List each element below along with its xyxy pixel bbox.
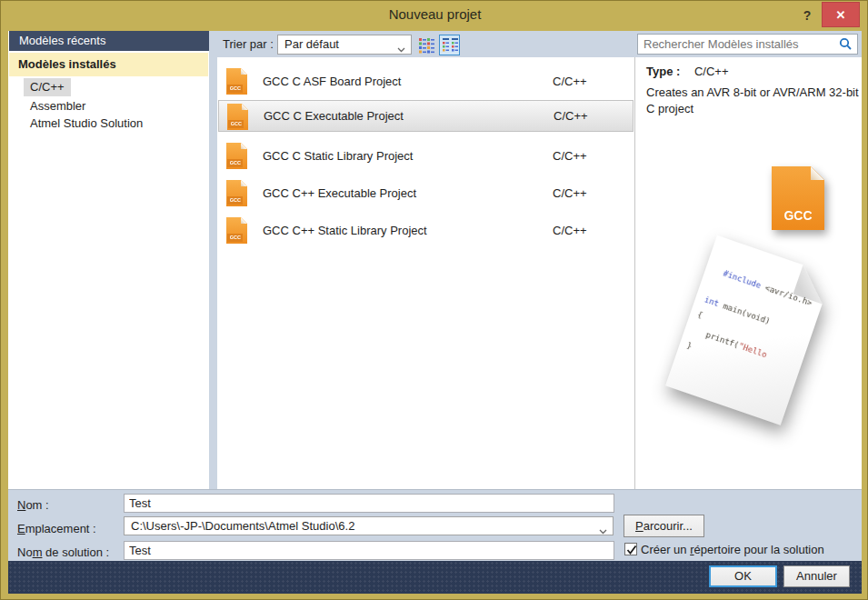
search-input[interactable]	[644, 35, 830, 53]
question-icon: ?	[803, 8, 812, 23]
template-type: C/C++	[554, 101, 588, 132]
template-type: C/C++	[553, 212, 587, 249]
list-view-icon	[441, 36, 460, 55]
close-icon: ✕	[836, 8, 846, 22]
template-name: GCC C ASF Board Project	[263, 63, 401, 100]
project-form: Nom : Emplacement : C:\Users\-JP-\Docume…	[8, 489, 862, 561]
tree-item-c-cpp[interactable]: C/C++	[24, 78, 71, 96]
template-name: GCC C++ Static Library Project	[263, 212, 427, 249]
help-button[interactable]: ?	[797, 5, 817, 26]
gcc-file-icon: GCC	[227, 104, 248, 130]
tree-item-atmel-studio-solution[interactable]: Atmel Studio Solution	[24, 115, 149, 133]
template-row[interactable]: GCC GCC C++ Static Library Project C/C++	[218, 212, 634, 249]
close-button[interactable]: ✕	[822, 2, 860, 27]
template-row-selected[interactable]: GCC GCC C Executable Project C/C++	[218, 100, 634, 132]
search-icon[interactable]	[839, 37, 853, 54]
location-value: C:\Users\-JP-\Documents\Atmel Studio\6.2	[131, 517, 354, 535]
sidebar-item-installed-templates[interactable]: Modèles installés	[9, 53, 208, 76]
template-row[interactable]: GCC GCC C ASF Board Project C/C++	[218, 63, 634, 100]
browse-button[interactable]: Parcourir...	[624, 515, 704, 537]
type-value: C/C++	[694, 65, 729, 78]
sort-by-label: Trier par :	[223, 37, 274, 51]
template-row[interactable]: GCC GCC C++ Executable Project C/C++	[218, 175, 634, 212]
template-name: GCC C Static Library Project	[263, 137, 413, 175]
title-bar[interactable]: Nouveau projet ? ✕	[1, 1, 868, 31]
solution-name-label: Nom de solution :	[17, 545, 109, 559]
gcc-file-icon: GCC	[226, 143, 247, 169]
view-medium-icons-button[interactable]	[418, 36, 435, 54]
new-project-dialog: Nouveau projet ? ✕ Modèles récents Modèl…	[0, 0, 868, 600]
sidebar-item-recent-templates[interactable]: Modèles récents	[9, 31, 209, 51]
name-label: Nom :	[17, 498, 49, 512]
location-label: Emplacement :	[17, 522, 96, 535]
gcc-file-icon: GCC	[226, 68, 247, 95]
sort-combobox-value: Par défaut	[284, 35, 339, 54]
template-type: C/C++	[553, 175, 587, 212]
create-directory-label: Créer un répertoire pour la solution	[641, 543, 824, 556]
template-name: GCC C++ Executable Project	[263, 175, 416, 212]
gcc-file-icon: GCC	[226, 217, 247, 244]
chevron-down-icon	[599, 524, 607, 537]
template-type: C/C++	[553, 137, 587, 175]
code-preview-image: #include <avr/io.h> int main(void) { pri…	[661, 235, 846, 443]
sort-combobox[interactable]: Par défaut	[277, 35, 412, 55]
gcc-badge-label: GCC	[772, 208, 824, 223]
dialog-footer: OK Annuler	[8, 561, 862, 594]
template-row[interactable]: GCC GCC C Static Library Project C/C++	[218, 137, 634, 175]
medium-icons-view-icon	[418, 36, 435, 54]
search-container	[637, 34, 858, 55]
chevron-down-icon	[397, 42, 405, 55]
gcc-badge-icon: GCC	[772, 166, 824, 230]
ok-button[interactable]: OK	[709, 565, 777, 587]
location-combobox[interactable]: C:\Users\-JP-\Documents\Atmel Studio\6.2	[124, 516, 614, 535]
template-details-panel: Type : C/C++ Creates an AVR 8-bit or AVR…	[635, 57, 862, 489]
checkmark-icon	[626, 545, 637, 555]
template-description: Creates an AVR 8-bit or AVR/ARM 32-bit C…	[646, 85, 863, 116]
window-title: Nouveau projet	[1, 1, 868, 28]
cancel-button[interactable]: Annuler	[783, 565, 850, 587]
gcc-file-icon: GCC	[226, 180, 247, 206]
view-list-button[interactable]	[439, 35, 460, 55]
type-label: Type :	[646, 65, 680, 78]
solution-name-input[interactable]	[124, 541, 614, 560]
tree-item-assembler[interactable]: Assembler	[24, 97, 92, 115]
name-input[interactable]	[124, 494, 614, 513]
template-name: GCC C Executable Project	[264, 101, 404, 132]
create-directory-checkbox[interactable]	[624, 543, 637, 555]
template-type: C/C++	[553, 63, 587, 100]
